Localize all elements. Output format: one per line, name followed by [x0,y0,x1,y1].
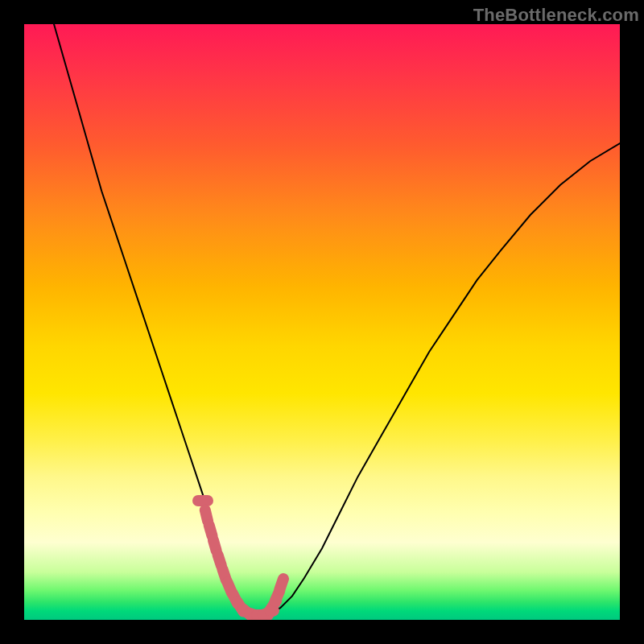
highlighted-range [198,501,283,617]
marker-dash [209,525,213,535]
attribution-text: TheBottleneck.com [473,5,639,26]
curve-layer [24,24,620,620]
marker-dash [213,540,217,551]
marker-dash [205,510,208,522]
marker-dash [279,579,283,589]
bottleneck-curve [54,24,620,617]
chart-frame: TheBottleneck.com [0,0,644,644]
plot-area [24,24,620,620]
